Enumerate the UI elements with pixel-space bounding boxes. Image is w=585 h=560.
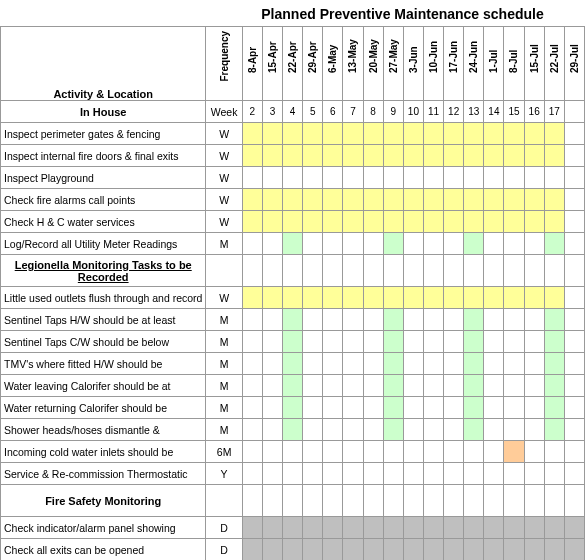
schedule-cell <box>423 353 443 375</box>
table-row: Shower heads/hoses dismantle &M <box>1 419 585 441</box>
schedule-cell <box>283 189 303 211</box>
activity-cell: Service & Re-commission Thermostatic <box>1 463 206 485</box>
header-date: 29-Apr <box>303 27 323 101</box>
schedule-cell <box>564 309 584 331</box>
schedule-cell <box>544 441 564 463</box>
schedule-cell <box>564 419 584 441</box>
schedule-cell <box>323 189 343 211</box>
schedule-cell <box>323 539 343 561</box>
schedule-cell <box>524 375 544 397</box>
header-date: 6-May <box>323 27 343 101</box>
schedule-cell <box>283 233 303 255</box>
schedule-cell <box>303 211 323 233</box>
schedule-cell <box>343 123 363 145</box>
schedule-cell <box>303 331 323 353</box>
schedule-cell <box>544 309 564 331</box>
schedule-cell <box>564 189 584 211</box>
schedule-cell <box>363 441 383 463</box>
schedule-cell <box>484 441 504 463</box>
schedule-cell <box>283 287 303 309</box>
frequency-cell: W <box>206 287 242 309</box>
table-row: Check indicator/alarm panel showingD <box>1 517 585 539</box>
schedule-cell <box>524 189 544 211</box>
table-row: Legionella Monitoring Tasks to be Record… <box>1 255 585 287</box>
schedule-cell <box>484 309 504 331</box>
schedule-cell <box>383 441 403 463</box>
schedule-cell <box>343 441 363 463</box>
schedule-cell <box>423 211 443 233</box>
frequency-cell: D <box>206 517 242 539</box>
schedule-cell <box>504 517 524 539</box>
schedule-cell <box>262 397 282 419</box>
header-date: 1-Jul <box>484 27 504 101</box>
schedule-cell <box>383 123 403 145</box>
schedule-cell <box>444 309 464 331</box>
schedule-cell <box>504 397 524 419</box>
schedule-cell <box>564 233 584 255</box>
schedule-cell <box>323 441 343 463</box>
schedule-cell <box>564 211 584 233</box>
header-frequency: Frequency <box>206 27 242 101</box>
schedule-cell <box>323 145 343 167</box>
schedule-cell <box>403 189 423 211</box>
schedule-cell <box>283 463 303 485</box>
schedule-cell <box>484 145 504 167</box>
schedule-cell <box>524 539 544 561</box>
schedule-cell <box>544 331 564 353</box>
schedule-cell <box>464 353 484 375</box>
schedule-cell <box>383 167 403 189</box>
schedule-cell <box>464 211 484 233</box>
schedule-cell <box>323 463 343 485</box>
header-date: 29-Jul <box>564 27 584 101</box>
schedule-cell <box>504 167 524 189</box>
schedule-cell <box>544 287 564 309</box>
table-row: Check fire alarms call pointsW <box>1 189 585 211</box>
schedule-cell <box>444 123 464 145</box>
schedule-cell <box>423 145 443 167</box>
schedule-cell <box>444 539 464 561</box>
schedule-cell <box>343 167 363 189</box>
schedule-cell <box>262 211 282 233</box>
schedule-cell <box>403 353 423 375</box>
schedule-cell <box>464 397 484 419</box>
schedule-cell <box>464 539 484 561</box>
schedule-cell <box>423 309 443 331</box>
activity-cell: Sentinel Taps C/W should be below <box>1 331 206 353</box>
schedule-cell <box>363 123 383 145</box>
schedule-cell <box>423 419 443 441</box>
schedule-cell <box>524 419 544 441</box>
activity-cell: Sentinel Taps H/W should be at least <box>1 309 206 331</box>
schedule-cell <box>484 331 504 353</box>
schedule-cell <box>423 287 443 309</box>
schedule-cell <box>464 441 484 463</box>
schedule-cell <box>303 189 323 211</box>
header-date: 17-Jun <box>444 27 464 101</box>
schedule-cell <box>383 211 403 233</box>
schedule-cell <box>262 123 282 145</box>
schedule-cell <box>303 145 323 167</box>
schedule-cell <box>262 331 282 353</box>
schedule-cell <box>403 463 423 485</box>
schedule-cell <box>283 353 303 375</box>
schedule-cell <box>383 397 403 419</box>
schedule-cell <box>464 145 484 167</box>
schedule-cell <box>524 397 544 419</box>
section-header: Legionella Monitoring Tasks to be Record… <box>1 255 206 287</box>
schedule-cell <box>242 517 262 539</box>
schedule-cell <box>504 463 524 485</box>
schedule-cell <box>504 309 524 331</box>
schedule-cell <box>262 287 282 309</box>
schedule-cell <box>343 287 363 309</box>
schedule-cell <box>303 397 323 419</box>
schedule-cell <box>464 167 484 189</box>
schedule-cell <box>242 211 262 233</box>
schedule-cell <box>242 539 262 561</box>
schedule-cell <box>262 539 282 561</box>
schedule-cell <box>484 463 504 485</box>
schedule-cell <box>363 353 383 375</box>
schedule-cell <box>444 353 464 375</box>
table-row: Incoming cold water inlets should be6M <box>1 441 585 463</box>
frequency-cell: 6M <box>206 441 242 463</box>
schedule-cell <box>564 539 584 561</box>
header-date: 13-May <box>343 27 363 101</box>
